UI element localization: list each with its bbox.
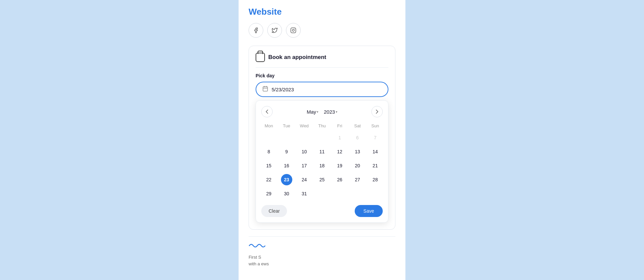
- save-button[interactable]: Save: [355, 205, 383, 217]
- year-selector[interactable]: 2023 ▾: [324, 109, 337, 115]
- month-dropdown-arrow: ▾: [317, 110, 318, 114]
- table-row: [263, 132, 275, 143]
- appointment-header: Book an appointment: [256, 53, 388, 62]
- table-row[interactable]: 8: [263, 146, 275, 157]
- twitter-button[interactable]: [267, 23, 282, 38]
- table-row[interactable]: 18: [316, 160, 328, 171]
- table-row[interactable]: 19: [334, 160, 345, 171]
- day-thu: Thu: [313, 122, 331, 130]
- table-row[interactable]: 17: [299, 160, 310, 171]
- table-row[interactable]: 30: [281, 188, 292, 199]
- table-row[interactable]: 31: [299, 188, 310, 199]
- facebook-button[interactable]: [249, 23, 263, 38]
- bottom-divider: [249, 236, 395, 237]
- table-row[interactable]: 7: [369, 132, 381, 143]
- header-divider: [256, 67, 388, 68]
- clear-button[interactable]: Clear: [261, 205, 287, 217]
- table-row[interactable]: 22: [263, 174, 275, 185]
- table-row[interactable]: 28: [369, 174, 381, 185]
- table-row[interactable]: 29: [263, 188, 275, 199]
- day-fri: Fri: [331, 122, 349, 130]
- day-wed: Wed: [295, 122, 313, 130]
- table-row[interactable]: 1: [334, 132, 345, 143]
- date-input-text: 5/23/2023: [272, 87, 294, 92]
- year-dropdown-arrow: ▾: [336, 110, 337, 114]
- table-row: [316, 188, 328, 199]
- calendar-icon: [262, 86, 268, 93]
- table-row[interactable]: 27: [352, 174, 363, 185]
- table-row[interactable]: 20: [352, 160, 363, 171]
- month-year-selector: May ▾ 2023 ▾: [307, 109, 337, 115]
- table-row[interactable]: 10: [299, 146, 310, 157]
- table-row: [352, 188, 363, 199]
- day-sun: Sun: [366, 122, 384, 130]
- table-row[interactable]: 16: [281, 160, 292, 171]
- svg-rect-2: [263, 87, 268, 91]
- table-row[interactable]: 9: [281, 146, 292, 157]
- bottom-section: First Swith a ews: [249, 236, 395, 267]
- calendar-grid: Mon Tue Wed Thu Fri Sat Sun 1: [260, 122, 384, 200]
- table-row[interactable]: 6: [352, 132, 363, 143]
- day-mon: Mon: [260, 122, 278, 130]
- table-row: [369, 188, 381, 199]
- pick-day-label: Pick day: [256, 73, 388, 78]
- table-row: [299, 132, 310, 143]
- wave-icon: [249, 241, 395, 251]
- table-row[interactable]: 13: [352, 146, 363, 157]
- instagram-button[interactable]: [286, 23, 301, 38]
- day-tue: Tue: [278, 122, 295, 130]
- svg-rect-0: [291, 28, 296, 33]
- table-row[interactable]: 26: [334, 174, 345, 185]
- table-row[interactable]: 15: [263, 160, 275, 171]
- page-wrapper: Website: [0, 0, 644, 280]
- calendar-dropdown: May ▾ 2023 ▾: [256, 100, 388, 223]
- table-row[interactable]: 25: [316, 174, 328, 185]
- table-row[interactable]: 14: [369, 146, 381, 157]
- table-row[interactable]: 21: [369, 160, 381, 171]
- social-icons-row: [249, 23, 301, 38]
- date-input[interactable]: 5/23/2023: [256, 82, 388, 97]
- table-row: [316, 132, 328, 143]
- calendar-day-names: Mon Tue Wed Thu Fri Sat Sun: [260, 122, 384, 130]
- selected-day-cell[interactable]: 23: [281, 174, 292, 185]
- center-panel: Website: [239, 0, 405, 280]
- calendar-footer: Clear Save: [260, 205, 384, 217]
- bottom-text: First Swith a ews: [249, 254, 395, 267]
- calendar-cells: 1 6 7 8 9 10 11 12 13 14 15 16: [260, 131, 384, 200]
- appointment-card: Book an appointment Pick day 5/23/2023: [249, 46, 395, 230]
- appointment-title: Book an appointment: [268, 54, 326, 61]
- table-row[interactable]: 11: [316, 146, 328, 157]
- table-row[interactable]: 12: [334, 146, 345, 157]
- table-row[interactable]: 24: [299, 174, 310, 185]
- table-row: [281, 132, 292, 143]
- website-title: Website: [249, 7, 282, 17]
- table-row: [334, 188, 345, 199]
- bag-icon: [256, 53, 265, 62]
- day-sat: Sat: [349, 122, 366, 130]
- next-month-button[interactable]: [371, 106, 383, 117]
- prev-month-button[interactable]: [261, 106, 273, 117]
- month-selector[interactable]: May ▾: [307, 109, 318, 115]
- calendar-header: May ▾ 2023 ▾: [260, 106, 384, 117]
